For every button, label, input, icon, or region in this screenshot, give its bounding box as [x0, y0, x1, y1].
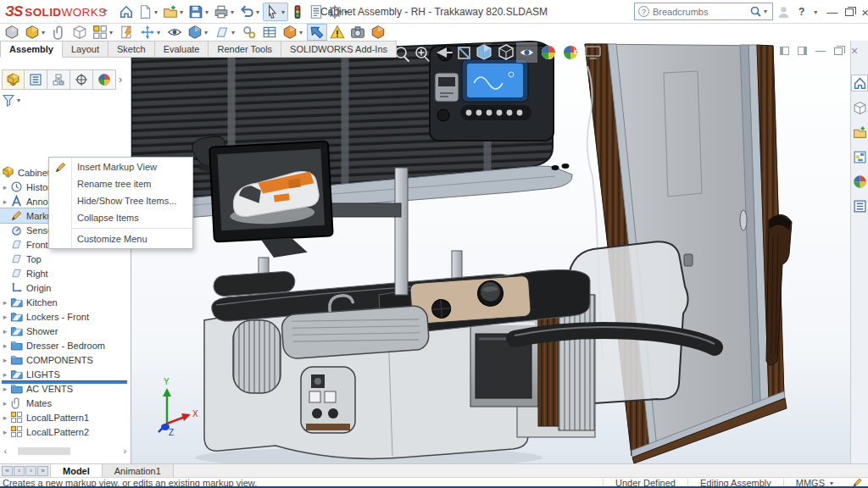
menu-item-customize-menu[interactable]: Customize Menu — [49, 230, 192, 247]
tree-item-components[interactable]: ▸COMPONENTS — [0, 352, 131, 367]
tab-propertymanager[interactable] — [25, 69, 47, 90]
user-login-icon[interactable] — [776, 5, 791, 19]
exploded-view-button[interactable]: ▾ — [280, 24, 307, 41]
status-markup-icon[interactable] — [847, 477, 868, 488]
tab-featuremanager[interactable] — [2, 69, 25, 90]
help-dropdown-icon[interactable]: ▾ — [814, 8, 817, 16]
window-restore-button[interactable] — [845, 8, 854, 16]
bill-of-materials-button[interactable] — [259, 24, 280, 41]
move-component-button[interactable]: ▾ — [137, 24, 164, 41]
tree-item-right-plane[interactable]: Right — [0, 266, 131, 280]
tree-item-kitchen[interactable]: ▸Kitchen — [0, 295, 131, 309]
tree-item-locallpattern2[interactable]: ▸LocalLPattern2 — [0, 424, 131, 439]
tree-item-lights[interactable]: ▸LIGHTS — [0, 367, 131, 381]
tab-assembly[interactable]: Assembly — [0, 41, 63, 58]
custom-properties-icon[interactable] — [851, 197, 868, 214]
tree-horizontal-scrollbar[interactable]: ‹ › — [0, 446, 131, 457]
tab-displaymanager[interactable] — [93, 69, 116, 90]
menu-item-hide-show-tree-items[interactable]: Hide/Show Tree Items... — [49, 192, 192, 209]
save-dropdown-icon[interactable]: ▾ — [205, 8, 209, 16]
appearances-scenes-icon[interactable] — [851, 173, 868, 190]
new-document-button[interactable]: ▾ — [136, 3, 161, 21]
nav-prev-tab-button[interactable]: ‹ — [14, 466, 25, 476]
search-box[interactable]: ? ▾ — [634, 3, 773, 20]
scrollbar-thumb[interactable] — [18, 447, 70, 455]
smart-fasteners-button[interactable] — [117, 24, 137, 41]
tab-animation1[interactable]: Animation1 — [103, 464, 174, 477]
search-input[interactable] — [653, 7, 749, 17]
open-dropdown-icon[interactable]: ▾ — [180, 8, 183, 16]
instant3d-button[interactable] — [307, 24, 327, 41]
graphics-area[interactable]: Y X Z — [131, 41, 850, 463]
tab-model[interactable]: Model — [50, 464, 103, 477]
filter-dropdown-icon[interactable]: ▾ — [17, 97, 20, 104]
tree-item-origin[interactable]: Origin — [0, 280, 131, 295]
tree-filter[interactable]: ▾ — [2, 92, 22, 108]
hide-show-items-icon[interactable] — [516, 42, 537, 63]
tab-evaluate[interactable]: Evaluate — [155, 41, 209, 58]
tree-item-dresser-bedroom[interactable]: ▸Dresser - Bedroom — [0, 338, 131, 352]
doc-restore-button[interactable] — [834, 47, 843, 55]
tree-item-mates[interactable]: ▸Mates — [0, 396, 131, 410]
undo-button[interactable]: ▾ — [237, 3, 263, 21]
tab-sketch[interactable]: Sketch — [108, 41, 155, 58]
take-snapshot-button[interactable] — [348, 24, 368, 41]
nav-first-tab-button[interactable]: « — [2, 466, 13, 476]
insert-components-button[interactable]: ▾ — [22, 24, 49, 41]
scroll-left-icon[interactable]: ‹ — [0, 446, 11, 456]
tree-item-lockers-front[interactable]: ▸Lockers - Front — [0, 309, 131, 324]
tree-item-locallpattern1[interactable]: ▸LocalLPattern1 — [0, 410, 131, 424]
window-close-button[interactable]: × — [861, 5, 868, 19]
preview-window-button[interactable] — [70, 24, 90, 41]
linear-component-pattern-button[interactable]: ▾ — [90, 24, 117, 41]
menu-item-rename-tree-item[interactable]: Rename tree item — [49, 175, 192, 192]
edit-appearance-icon[interactable] — [542, 46, 555, 59]
window-minimize-button[interactable]: — — [826, 6, 837, 19]
large-assembly-mode-button[interactable] — [368, 24, 388, 41]
search-icon[interactable] — [749, 5, 762, 18]
interference-detection-button[interactable] — [327, 24, 348, 41]
mate-button[interactable] — [49, 24, 70, 41]
doc-minimize-button[interactable]: — — [815, 45, 826, 57]
help-button[interactable]: ? — [798, 6, 804, 18]
nav-next-tab-button[interactable]: › — [25, 466, 36, 476]
new-motion-study-button[interactable] — [239, 24, 259, 41]
save-button[interactable]: ▾ — [186, 3, 212, 21]
pane-left-toggle-icon[interactable] — [780, 47, 789, 55]
design-library-icon[interactable] — [851, 124, 868, 141]
undo-dropdown-icon[interactable]: ▾ — [256, 8, 259, 16]
scroll-right-icon[interactable]: › — [120, 446, 131, 456]
home-button[interactable] — [117, 3, 136, 21]
menu-item-insert-markup-view[interactable]: Insert Markup View — [49, 158, 192, 175]
tab-solidworks-add-ins[interactable]: SOLIDWORKS Add-Ins — [281, 41, 397, 58]
print-button[interactable]: ▾ — [212, 3, 237, 21]
print-dropdown-icon[interactable]: ▾ — [231, 8, 234, 16]
tab-configurationmanager[interactable] — [47, 69, 70, 90]
pane-right-toggle-icon[interactable] — [798, 47, 807, 55]
search-dropdown-icon[interactable]: ▾ — [764, 8, 767, 15]
units-selector[interactable]: MMGS▾ — [783, 479, 847, 488]
open-button[interactable]: ▾ — [161, 3, 186, 21]
nav-last-tab-button[interactable]: » — [37, 466, 48, 476]
units-dropdown-icon[interactable]: ▾ — [830, 480, 833, 487]
edit-component-button[interactable] — [2, 24, 22, 41]
view-orientation-icon[interactable] — [477, 45, 491, 59]
task-pane-home-icon[interactable] — [851, 75, 868, 92]
menu-flyout-arrow[interactable]: ▸ — [103, 5, 108, 14]
show-hidden-components-button[interactable] — [164, 24, 185, 41]
view-palette-icon[interactable] — [851, 148, 868, 165]
reference-geometry-button[interactable]: ▾ — [212, 24, 239, 41]
doc-close-button[interactable]: × — [851, 44, 858, 58]
3d-content-central-icon[interactable] — [851, 99, 868, 116]
filter-funnel-icon[interactable] — [2, 93, 15, 107]
3d-viewport-scene[interactable]: Y X Z — [131, 41, 850, 463]
tree-item-top-plane[interactable]: Top — [0, 252, 131, 266]
tab-render-tools[interactable]: Render Tools — [209, 41, 281, 58]
tab-dimxpertmanager[interactable] — [70, 69, 93, 90]
new-dropdown-icon[interactable]: ▾ — [154, 8, 158, 16]
rollback-bar[interactable] — [2, 380, 127, 384]
tab-layout[interactable]: Layout — [63, 41, 108, 58]
menu-item-collapse-items[interactable]: Collapse Items — [49, 209, 192, 226]
panel-tabs-overflow-icon[interactable]: › — [119, 74, 122, 86]
tree-item-shower[interactable]: ▸Shower — [0, 324, 131, 338]
